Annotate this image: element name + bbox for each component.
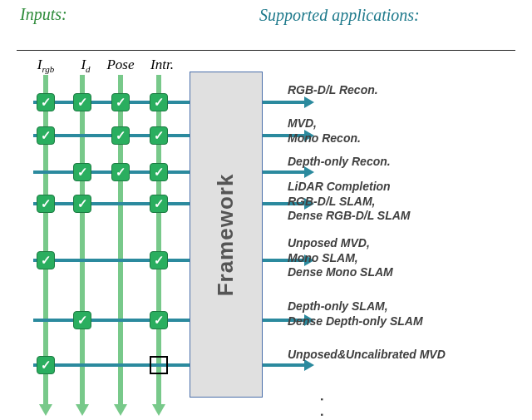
col-header-depth: Id — [66, 57, 105, 74]
flow-line — [263, 363, 306, 367]
check-icon — [37, 93, 55, 111]
check-icon — [111, 163, 130, 181]
check-icon — [150, 311, 168, 329]
check-icon — [73, 311, 91, 329]
inputs-title: Inputs: — [20, 5, 67, 24]
ellipsis-icon: ... — [318, 398, 332, 420]
check-icon — [150, 93, 168, 111]
unchecked-box-icon — [150, 356, 168, 374]
framework-label: Framework — [214, 173, 239, 296]
application-label: Depth-only Recon. — [288, 155, 391, 170]
check-icon — [73, 93, 91, 111]
flow-line — [263, 170, 306, 174]
applications-title: Supported applications: — [259, 5, 420, 25]
application-label: Depth-only SLAM, Dense Depth-only SLAM — [288, 299, 423, 329]
arrow-down-icon — [114, 404, 127, 416]
check-icon — [150, 251, 168, 269]
col-header-pose: Pose — [101, 57, 140, 73]
check-icon — [37, 251, 55, 269]
check-icon — [37, 356, 55, 374]
check-icon — [111, 126, 130, 145]
application-label: Unposed MVD, Mono SLAM, Dense Mono SLAM — [288, 236, 393, 280]
application-label: LiDAR Completion RGB-D/L SLAM, Dense RGB… — [288, 180, 411, 224]
arrow-down-icon — [39, 404, 52, 416]
flow-line — [263, 101, 306, 104]
check-icon — [37, 195, 55, 213]
arrow-down-icon — [76, 404, 89, 416]
application-label: Unposed&Uncalibrated MVD — [288, 348, 446, 363]
check-icon — [150, 163, 168, 181]
arrow-down-icon — [152, 404, 165, 416]
col-header-rgb: Irgb — [27, 57, 65, 74]
check-icon — [73, 195, 91, 213]
framework-block: Framework — [190, 72, 263, 398]
check-icon — [150, 126, 168, 145]
col-header-intr: Intr. — [143, 57, 181, 73]
check-icon — [73, 163, 91, 181]
input-flow-depth — [80, 75, 85, 408]
divider — [17, 50, 515, 51]
check-icon — [111, 93, 130, 111]
check-icon — [150, 195, 168, 213]
arrow-right-icon — [304, 96, 314, 108]
input-flow-pose — [118, 75, 123, 408]
application-label: RGB-D/L Recon. — [288, 83, 378, 98]
application-label: MVD, Mono Recon. — [288, 116, 361, 146]
check-icon — [37, 126, 55, 145]
